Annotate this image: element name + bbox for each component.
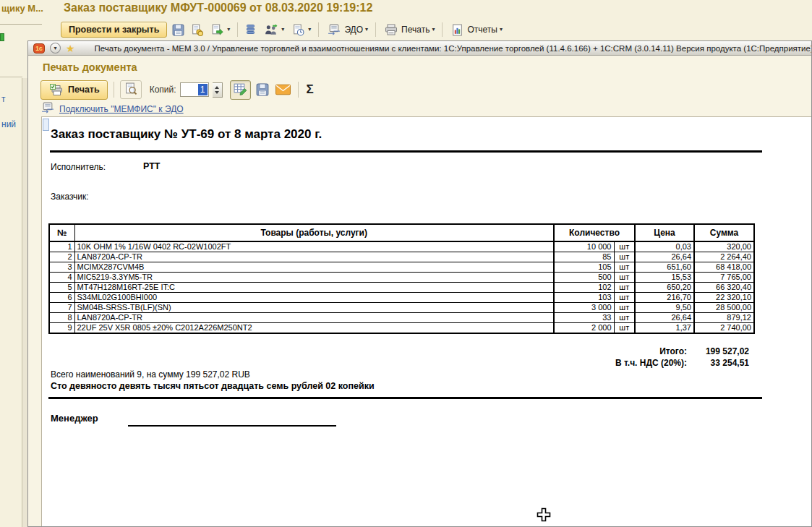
table-row: 9 22UF 25V X5R 0805 ±20% C2012A226M250NT…: [49, 323, 754, 334]
row-number: 8: [49, 313, 74, 323]
post-close-menu-button[interactable]: ▾: [208, 22, 231, 38]
1c-logo-icon[interactable]: 1с: [33, 43, 45, 53]
horizontal-rule: [48, 397, 762, 399]
chevron-down-icon: ▾: [308, 27, 311, 33]
toolbar-separator: [442, 22, 443, 37]
row-number: 1: [49, 241, 74, 252]
table-header-row: № Товары (работы, услуги) Количество Цен…: [49, 224, 754, 241]
list-icon[interactable]: [244, 23, 257, 36]
item-price: 216,70: [635, 293, 694, 303]
email-icon[interactable]: [274, 83, 292, 96]
document-title: Заказ поставщику № УТ-69 от 8 марта 2020…: [51, 127, 322, 142]
executor-value: РТТ: [143, 161, 160, 171]
row-number: 3: [49, 262, 74, 273]
toolbar-separator: [237, 22, 238, 37]
item-sum: 2 264,40: [694, 252, 754, 262]
reports-menu-button[interactable]: Отчеты ▾: [448, 22, 504, 38]
items-body: 1 10K OHM 1% 1/16W 0402 RC-02W1002FT 10 …: [49, 241, 754, 333]
chevron-down-icon: ▾: [365, 27, 368, 33]
chevron-down-icon: ▾: [500, 27, 503, 33]
edo-connect-link[interactable]: Подключить "МЕМФИС" к ЭДО: [59, 104, 184, 114]
reports-icon: [450, 23, 465, 37]
item-qty: 10 000: [554, 241, 614, 252]
item-name: LAN8720A-CP-TR: [74, 313, 554, 323]
stepper-down-icon[interactable]: [215, 91, 219, 94]
save-file-icon[interactable]: [255, 82, 270, 97]
document-tasks-menu-button[interactable]: ▾: [289, 22, 312, 38]
item-name: 10K OHM 1% 1/16W 0402 RC-02W1002FT: [74, 241, 554, 252]
window-menu-button[interactable]: ▾: [50, 43, 61, 53]
total-value: 199 527,02: [687, 346, 749, 357]
item-price: 9,50: [635, 303, 694, 313]
order-toolbar: Провести и закрыть ▾ ▾ ▾: [61, 20, 504, 39]
table-row: 1 10K OHM 1% 1/16W 0402 RC-02W1002FT 10 …: [49, 241, 754, 252]
background-panel-edge: [22, 78, 27, 527]
copies-input[interactable]: 1: [180, 82, 209, 97]
horizontal-rule: [50, 150, 762, 153]
people-icon: [262, 23, 279, 37]
item-name: LAN8720A-CP-TR: [74, 252, 554, 262]
vat-value: 33 254,51: [687, 357, 749, 369]
item-sum: 28 500,00: [694, 303, 754, 313]
table-row: 5 MT47H128M16RT-25E IT:C 102 шт 650,20 6…: [49, 283, 754, 293]
table-row: 4 MIC5219-3.3YM5-TR 500 шт 15,53 7 765,0…: [49, 273, 754, 283]
toolbar-separator: [375, 22, 376, 37]
item-price: 15,53: [635, 273, 694, 283]
item-unit: шт: [614, 293, 635, 303]
item-qty: 102: [554, 283, 614, 293]
toolbar-separator: [298, 82, 299, 98]
sum-icon[interactable]: Σ: [304, 82, 316, 97]
vat-row: В т.ч. НДС (20%): 33 254,51: [615, 357, 749, 369]
manager-label: Менеджер: [51, 413, 98, 424]
chevron-down-icon: ▾: [432, 27, 435, 33]
item-qty: 500: [554, 273, 614, 283]
row-number: 5: [49, 283, 74, 293]
print-button-label: Печать: [68, 85, 100, 95]
item-name: S34ML02G100BHI000: [74, 293, 554, 303]
copies-stepper[interactable]: [213, 82, 223, 98]
item-sum: 22 320,10: [694, 293, 754, 303]
toolbar-separator: [114, 82, 114, 98]
item-sum: 68 418,00: [694, 262, 754, 273]
spreadsheet-area[interactable]: Заказ поставщику № УТ-69 от 8 марта 2020…: [41, 116, 811, 526]
document-clock-icon: [291, 23, 306, 37]
toolbar-separator: [318, 22, 319, 37]
item-qty: 103: [554, 293, 614, 303]
window-titlebar: 1с ▾ ★ Печать документа - МЕМ 3.0 / Упра…: [28, 41, 811, 56]
item-qty: 85: [554, 252, 614, 262]
item-unit: шт: [614, 262, 635, 273]
post-and-close-button[interactable]: Провести и закрыть: [61, 22, 167, 38]
edo-connect-icon: [41, 102, 54, 116]
background-tab-fragment[interactable]: щику М...: [1, 3, 43, 14]
item-price: 651,60: [635, 262, 694, 273]
item-unit: шт: [614, 252, 635, 262]
print-menu-button[interactable]: Печать ▾: [382, 22, 436, 37]
items-table: № Товары (работы, услуги) Количество Цен…: [48, 223, 755, 334]
item-unit: шт: [614, 273, 635, 283]
col-header-sum: Сумма: [694, 224, 754, 241]
item-name: 22UF 25V X5R 0805 ±20% C2012A226M250NT2: [74, 323, 554, 334]
executor-label: Исполнитель:: [51, 162, 106, 172]
save-icon[interactable]: [171, 23, 186, 37]
item-price: 26,64: [635, 313, 694, 323]
order-document-title: Заказ поставщику МФУТ-000069 от 08.03.20…: [64, 1, 372, 14]
screen: щику М... т ний Заказ поставщику МФУТ-00…: [0, 0, 812, 527]
post-close-icon: [210, 23, 225, 37]
print-button[interactable]: Печать: [40, 80, 108, 100]
post-document-icon[interactable]: [189, 23, 205, 37]
row-number: 4: [49, 273, 74, 283]
printer-check-icon: [48, 83, 64, 97]
counterparty-menu-button[interactable]: ▾: [261, 22, 286, 38]
col-header-qty: Количество: [554, 224, 635, 241]
reports-menu-label: Отчеты: [467, 25, 497, 35]
favorites-star-icon[interactable]: ★: [66, 43, 75, 53]
edo-menu-button[interactable]: ЭДО ▾: [325, 22, 369, 37]
table-settings-button[interactable]: [230, 80, 251, 100]
item-unit: шт: [614, 283, 635, 293]
row-number: 2: [49, 252, 74, 262]
preview-button[interactable]: [120, 80, 142, 99]
item-price: 1,37: [635, 323, 694, 334]
table-row: 3 MCIMX287CVM4B 105 шт 651,60 68 418,00: [49, 262, 754, 273]
stepper-up-icon[interactable]: [215, 86, 219, 89]
col-header-item: Товары (работы, услуги): [74, 224, 554, 241]
